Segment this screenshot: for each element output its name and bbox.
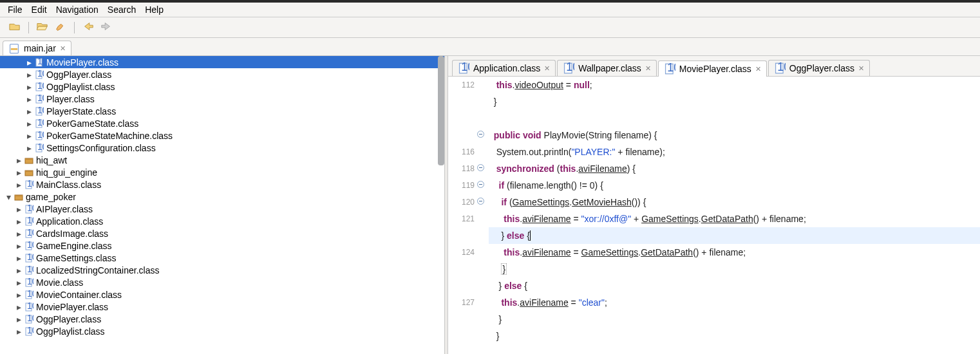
svg-text:10: 10 bbox=[667, 63, 675, 74]
expand-icon[interactable]: ▸ bbox=[14, 216, 23, 227]
expand-icon[interactable]: ▾ bbox=[4, 192, 13, 202]
code-line[interactable]: } bbox=[489, 311, 980, 328]
open-folder-icon[interactable] bbox=[37, 21, 48, 33]
expand-icon[interactable]: ▸ bbox=[14, 167, 23, 178]
code-line[interactable]: } else { bbox=[489, 227, 980, 244]
fold-icon[interactable] bbox=[477, 181, 484, 188]
menu-search[interactable]: Search bbox=[105, 4, 138, 15]
tree-item[interactable]: ▸10LocalizedStringContainer.class bbox=[0, 264, 444, 276]
fold-icon[interactable] bbox=[477, 131, 484, 138]
svg-text:10: 10 bbox=[566, 62, 574, 73]
menu-file[interactable]: File bbox=[5, 4, 25, 15]
expand-icon[interactable]: ▸ bbox=[24, 143, 33, 153]
code-line[interactable]: } bbox=[489, 328, 980, 344]
expand-icon[interactable]: ▸ bbox=[14, 302, 23, 312]
expand-icon[interactable]: ▸ bbox=[24, 94, 33, 104]
close-icon[interactable]: ✕ bbox=[645, 64, 651, 73]
tree-item[interactable]: ▸10MoviePlayer.class bbox=[0, 301, 444, 313]
svg-text:10: 10 bbox=[27, 241, 33, 250]
code-line[interactable] bbox=[489, 110, 980, 127]
tree-item-label: CardsImage.class bbox=[36, 228, 108, 239]
expand-icon[interactable]: ▸ bbox=[14, 326, 23, 337]
tree-item[interactable]: ▸10OggPlayer.class bbox=[0, 313, 444, 325]
tree-item[interactable]: ▸10OggPlaylist.class bbox=[0, 80, 444, 93]
tree-item[interactable]: ▾game_poker bbox=[0, 191, 444, 203]
expand-icon[interactable]: ▸ bbox=[14, 204, 23, 214]
editor-tab[interactable]: 10MoviePlayer.class✕ bbox=[658, 61, 767, 77]
expand-icon[interactable]: ▸ bbox=[24, 118, 33, 129]
close-icon[interactable]: ✕ bbox=[755, 65, 761, 73]
code-area[interactable]: this.videoOutput = null; } public void P… bbox=[477, 77, 980, 354]
editor-tab[interactable]: 10Wallpaper.class✕ bbox=[557, 60, 657, 76]
expand-icon[interactable]: ▸ bbox=[14, 241, 23, 251]
expand-icon[interactable]: ▸ bbox=[14, 290, 23, 300]
tree-item[interactable]: ▸10Application.class bbox=[0, 215, 444, 227]
line-number: 116 bbox=[448, 144, 477, 160]
tree-item-label: OggPlaylist.class bbox=[36, 326, 105, 337]
tree-item[interactable]: ▸10PokerGameState.class bbox=[0, 117, 444, 129]
class-file-icon: 10 bbox=[33, 131, 45, 141]
expand-icon[interactable]: ▸ bbox=[14, 155, 23, 165]
code-line[interactable]: if (filename.length() != 0) { bbox=[489, 177, 980, 194]
menu-edit[interactable]: Edit bbox=[29, 4, 50, 15]
tree-item[interactable]: ▸10MovieContainer.class bbox=[0, 288, 444, 301]
expand-icon[interactable]: ▸ bbox=[24, 131, 33, 141]
expand-icon[interactable]: ▸ bbox=[24, 57, 33, 68]
expand-icon[interactable]: ▸ bbox=[14, 277, 23, 288]
close-icon[interactable]: ✕ bbox=[858, 64, 864, 73]
tree-item[interactable]: ▸hiq_gui_engine bbox=[0, 166, 444, 178]
code-line[interactable]: } bbox=[489, 261, 980, 277]
expand-icon[interactable]: ▸ bbox=[14, 314, 23, 324]
fold-icon[interactable] bbox=[477, 164, 484, 171]
editor-body[interactable]: 112116118119120121124127 this.videoOutpu… bbox=[448, 77, 980, 354]
code-line[interactable]: public void PlayMovie(String filename) { bbox=[489, 127, 980, 144]
tree-item[interactable]: ▸10AIPlayer.class bbox=[0, 203, 444, 215]
brush-icon[interactable] bbox=[55, 21, 66, 33]
expand-icon[interactable]: ▸ bbox=[24, 106, 33, 116]
editor-tab[interactable]: 10OggPlayer.class✕ bbox=[768, 60, 870, 76]
tree-item[interactable]: ▸10OggPlayer.class bbox=[0, 68, 444, 80]
tree-item[interactable]: ▸10CardsImage.class bbox=[0, 227, 444, 239]
code-line[interactable]: this.aviFilename = GameSettings.GetDataP… bbox=[489, 244, 980, 261]
tree-item[interactable]: ▸hiq_awt bbox=[0, 154, 444, 166]
tree-item[interactable]: ▸10Movie.class bbox=[0, 276, 444, 288]
tree-item[interactable]: ▸10PlayerState.class bbox=[0, 105, 444, 117]
expand-icon[interactable]: ▸ bbox=[14, 253, 23, 263]
forward-icon[interactable] bbox=[100, 21, 112, 33]
expand-icon[interactable]: ▸ bbox=[24, 70, 33, 80]
code-line[interactable]: synchronized (this.aviFilename) { bbox=[489, 160, 980, 177]
tree-item[interactable]: ▸10SettingsConfiguration.class bbox=[0, 142, 444, 154]
fold-icon[interactable] bbox=[477, 198, 484, 205]
tree-item[interactable]: ▸10GameSettings.class bbox=[0, 252, 444, 264]
code-line[interactable]: } bbox=[489, 93, 980, 110]
line-number bbox=[448, 227, 477, 244]
code-line[interactable]: System.out.println("PLAYER:" + filename)… bbox=[489, 144, 980, 160]
open-icon[interactable] bbox=[9, 21, 21, 33]
menu-navigation[interactable]: Navigation bbox=[53, 4, 101, 15]
back-icon[interactable] bbox=[82, 21, 94, 33]
tree-item[interactable]: ▸10GameEngine.class bbox=[0, 239, 444, 252]
code-line[interactable]: this.videoOutput = null; bbox=[489, 77, 980, 93]
close-icon[interactable]: ✕ bbox=[60, 44, 66, 53]
tree-item[interactable]: ▸10MoviePlayer.class bbox=[0, 56, 444, 68]
scrollbar-thumb[interactable] bbox=[438, 56, 444, 165]
close-icon[interactable]: ✕ bbox=[544, 64, 550, 73]
tree-item[interactable]: ▸10MainClass.class bbox=[0, 178, 444, 191]
code-line[interactable]: } else { bbox=[489, 277, 980, 294]
tree-item[interactable]: ▸10PokerGameStateMachine.class bbox=[0, 129, 444, 142]
tree-item[interactable]: ▸10OggPlaylist.class bbox=[0, 325, 444, 337]
code-line[interactable]: this.aviFilename = "xor://0xff@" + GameS… bbox=[489, 210, 980, 227]
package-explorer[interactable]: ▸10MoviePlayer.class▸10OggPlayer.class▸1… bbox=[0, 56, 444, 354]
svg-text:10: 10 bbox=[27, 303, 33, 311]
expand-icon[interactable]: ▸ bbox=[14, 265, 23, 275]
project-tab-main-jar[interactable]: main.jar ✕ bbox=[3, 41, 71, 55]
expand-icon[interactable]: ▸ bbox=[14, 180, 23, 190]
menu-help[interactable]: Help bbox=[142, 4, 166, 15]
expand-icon[interactable]: ▸ bbox=[24, 82, 33, 92]
editor-tab[interactable]: 10Application.class✕ bbox=[452, 60, 556, 76]
code-line[interactable]: this.aviFilename = "clear"; bbox=[489, 294, 980, 311]
code-line[interactable]: if (GameSettings.GetMovieHash()) { bbox=[489, 194, 980, 210]
class-file-icon: 10 bbox=[23, 302, 35, 312]
expand-icon[interactable]: ▸ bbox=[14, 228, 23, 239]
tree-item[interactable]: ▸10Player.class bbox=[0, 93, 444, 105]
